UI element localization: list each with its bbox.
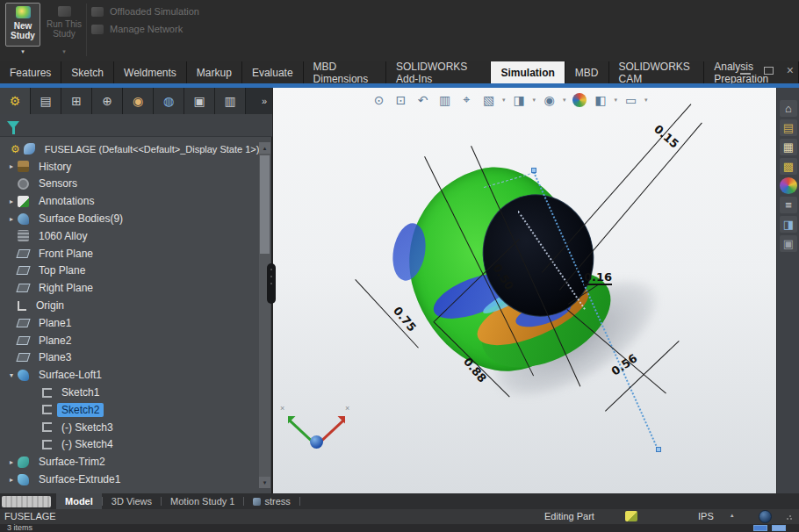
cam-tools-tab[interactable]: ▥ <box>215 88 246 114</box>
expander-icon[interactable]: ▸ <box>5 476 18 484</box>
minimize-icon[interactable] <box>740 73 751 75</box>
configurationmanager-tab[interactable]: ⊞ <box>61 88 92 114</box>
tree-item-annotations[interactable]: ▸ Annotations <box>2 192 258 210</box>
tab-markup[interactable]: Markup <box>187 61 242 83</box>
sketch-tools-icon[interactable]: ⌖ <box>457 90 476 109</box>
tab-3d-views[interactable]: 3D Views <box>103 493 161 509</box>
manage-network-button[interactable]: Manage Network <box>91 24 183 34</box>
tree-item-top-plane[interactable]: Top Plane <box>2 262 258 280</box>
tree-item-plane3[interactable]: Plane3 <box>2 349 258 367</box>
close-icon[interactable]: × <box>787 64 794 76</box>
scrollbar-thumb[interactable] <box>260 155 270 254</box>
solidworks-forum-icon[interactable]: ◨ <box>780 216 797 233</box>
tree-item-surface-bodies[interactable]: ▸ Surface Bodies(9) <box>2 210 258 227</box>
restore-icon[interactable] <box>764 67 774 75</box>
dimension-value[interactable]: 0.15 <box>651 122 681 150</box>
tree-item-sketch4[interactable]: (-) Sketch4 <box>2 436 258 454</box>
tab-features[interactable]: Features <box>0 61 61 83</box>
tab-solidworks-add-ins[interactable]: SOLIDWORKS Add-Ins <box>386 61 492 83</box>
home-icon[interactable]: ⌂ <box>780 100 797 117</box>
expander-icon[interactable]: ▾ <box>5 371 18 379</box>
units-label[interactable]: IPS <box>698 511 714 521</box>
apply-scene-icon[interactable]: ◧ <box>592 90 610 109</box>
featuremanager-tree-tab[interactable]: ⚙ <box>0 88 31 114</box>
tab-mbd[interactable]: MBD <box>565 61 609 83</box>
previous-view-icon[interactable]: ↶ <box>414 90 432 109</box>
tab-motion-study-1[interactable]: Motion Study 1 <box>162 493 243 509</box>
tree-item-sketch2-selected[interactable]: Sketch2 <box>2 401 258 419</box>
globe-icon[interactable] <box>759 510 772 523</box>
tab-scroll-strip[interactable] <box>2 496 51 507</box>
filter-icon[interactable] <box>7 121 19 129</box>
tree-item-sensors[interactable]: Sensors <box>2 176 258 193</box>
scroll-up-icon[interactable]: ▴ <box>259 142 270 154</box>
cam-operation-tree-tab[interactable]: ▣ <box>184 88 215 114</box>
sensors-icon <box>18 178 29 190</box>
new-study-button[interactable]: New Study <box>5 3 40 47</box>
tree-root-part[interactable]: ⚙ FUSELAGE (Default<<Default>_Display St… <box>2 140 258 158</box>
dimension-value[interactable]: 0.75 <box>391 304 419 334</box>
tree-item-origin[interactable]: Origin <box>2 297 258 314</box>
file-explorer-icon[interactable]: ▦ <box>780 139 797 155</box>
resize-grip[interactable] <box>786 514 793 521</box>
display-style-icon[interactable]: ◨ <box>510 90 529 109</box>
expander-icon[interactable]: ▸ <box>5 198 18 205</box>
tab-simulation[interactable]: Simulation <box>491 61 565 83</box>
view-palette-icon[interactable]: ▩ <box>780 158 797 175</box>
displaymanager-tab[interactable]: ◉ <box>123 88 154 114</box>
hide-show-caret-icon[interactable]: ▾ <box>563 97 566 104</box>
view-settings-caret-icon[interactable]: ▾ <box>644 97 648 104</box>
dimxpertmanager-tab[interactable]: ⊕ <box>92 88 123 114</box>
construction-endpoint[interactable] <box>531 168 536 173</box>
tab-model[interactable]: Model <box>56 493 102 509</box>
units-caret-icon[interactable]: ▴ <box>731 512 734 519</box>
tree-item-right-plane[interactable]: Right Plane <box>2 279 258 297</box>
tab-sketch[interactable]: Sketch <box>61 61 114 83</box>
propertymanager-tab[interactable]: ▤ <box>31 88 61 114</box>
tab-weldments[interactable]: Weldments <box>114 61 187 83</box>
expander-icon[interactable]: ▸ <box>5 215 18 223</box>
expander-icon[interactable]: ▸ <box>5 458 18 466</box>
tree-item-surface-extrude1[interactable]: ▸ Surface-Extrude1 <box>2 471 258 488</box>
view-settings-icon[interactable]: ▭ <box>622 90 640 109</box>
solidworks-resources-icon[interactable]: ▣ <box>780 235 797 252</box>
tab-evaluate[interactable]: Evaluate <box>242 61 304 83</box>
hide-show-items-icon[interactable]: ◉ <box>540 90 558 109</box>
tree-item-front-plane[interactable]: Front Plane <box>2 245 258 262</box>
tree-item-plane2[interactable]: Plane2 <box>2 332 258 349</box>
custom-properties-icon[interactable]: ≡ <box>780 197 797 213</box>
construction-endpoint[interactable] <box>656 447 661 452</box>
section-view-icon[interactable]: ▥ <box>435 90 454 109</box>
graphics-viewport[interactable]: ⊙ ⊡ ↶ ▥ ⌖ ▧ ▾ ◨ ▾ ◉ ▾ ◧ ▾ ▭ ▾ <box>273 88 776 493</box>
apply-scene-caret-icon[interactable]: ▾ <box>615 97 618 104</box>
tree-item-sketch3[interactable]: (-) Sketch3 <box>2 419 258 436</box>
tree-item-surface-loft1[interactable]: ▾ Surface-Loft1 <box>2 366 258 384</box>
design-library-icon[interactable]: ▤ <box>780 119 797 136</box>
scroll-down-icon[interactable]: ▾ <box>259 477 270 488</box>
dimension-value[interactable]: 0.16 <box>584 270 612 285</box>
tab-overflow-chevron-icon[interactable]: » <box>246 88 272 114</box>
offloaded-simulation-button[interactable]: Offloaded Simulation <box>91 6 199 17</box>
run-study-flyout[interactable]: ▾ <box>47 48 82 59</box>
tab-solidworks-cam[interactable]: SOLIDWORKS CAM <box>609 61 705 83</box>
tab-stress-study[interactable]: stress <box>244 493 299 509</box>
expander-icon[interactable]: ▸ <box>5 162 18 170</box>
tab-mbd-dimensions[interactable]: MBD Dimensions <box>304 61 386 83</box>
cam-feature-tree-tab[interactable]: ◍ <box>154 88 184 114</box>
tree-scrollbar[interactable]: ▴ ▾ <box>259 142 270 488</box>
panel-splitter-handle[interactable] <box>267 263 276 304</box>
tree-item-plane1[interactable]: Plane1 <box>2 314 258 332</box>
zoom-to-area-icon[interactable]: ⊡ <box>392 90 410 109</box>
view-orientation-caret-icon[interactable]: ▾ <box>502 97 506 104</box>
zoom-to-fit-icon[interactable]: ⊙ <box>370 90 388 109</box>
tree-item-sketch1[interactable]: Sketch1 <box>2 384 258 401</box>
new-study-flyout[interactable]: ▾ <box>5 48 40 59</box>
appearances-scenes-icon[interactable] <box>780 177 797 194</box>
tree-item-surface-trim2[interactable]: ▸ Surface-Trim2 <box>2 453 258 471</box>
edit-appearance-icon[interactable] <box>572 93 587 107</box>
view-orientation-icon[interactable]: ▧ <box>479 90 498 109</box>
display-style-caret-icon[interactable]: ▾ <box>533 97 536 104</box>
tree-item-material[interactable]: 1060 Alloy <box>2 227 258 245</box>
tree-item-history[interactable]: ▸ History <box>2 158 258 176</box>
run-this-study-button[interactable]: Run This Study <box>44 3 84 47</box>
